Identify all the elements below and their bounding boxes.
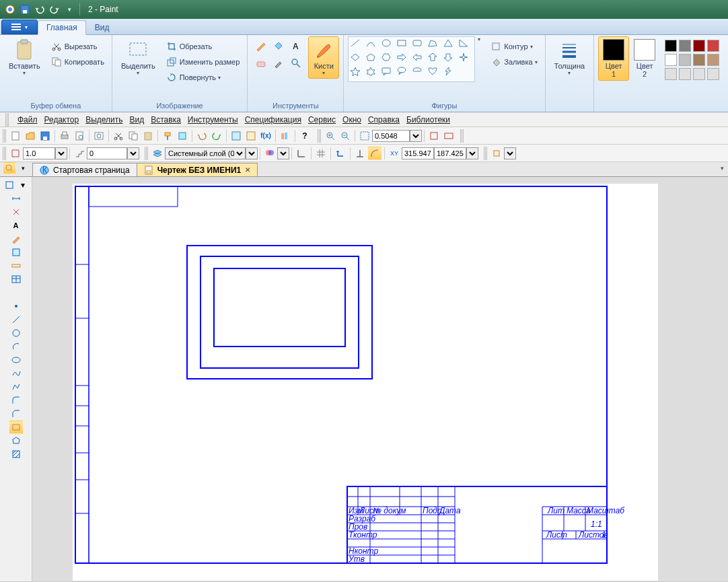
- preview-icon[interactable]: [92, 129, 106, 143]
- polygon-shape-icon[interactable]: [427, 38, 442, 52]
- curve-shape-icon[interactable]: [365, 38, 380, 52]
- color-swatch[interactable]: [679, 54, 691, 66]
- menu-select[interactable]: Выделить: [85, 115, 122, 124]
- fx-icon[interactable]: f(x): [259, 129, 272, 143]
- fill-button[interactable]: Заливка ▾: [487, 54, 540, 69]
- oval-shape-icon[interactable]: [381, 38, 396, 52]
- heart-shape-icon[interactable]: [427, 67, 442, 80]
- pencil-tool-icon[interactable]: [254, 38, 268, 53]
- menu-libraries[interactable]: Библиотеки: [406, 115, 450, 124]
- snap-icon[interactable]: [9, 147, 22, 160]
- star4-shape-icon[interactable]: [458, 52, 473, 66]
- bucket-tool-icon[interactable]: [271, 38, 286, 53]
- tab-drawing[interactable]: Чертеж БЕЗ ИМЕНИ1 ✕: [137, 163, 258, 176]
- round-icon[interactable]: [368, 147, 381, 160]
- toolbar-handle[interactable]: [3, 129, 7, 143]
- save-icon[interactable]: [38, 129, 52, 143]
- hatch-tool-icon[interactable]: [9, 447, 23, 461]
- file-menu-button[interactable]: ▾: [1, 20, 38, 34]
- chamfer-tool-icon[interactable]: [9, 407, 23, 421]
- rotate-button[interactable]: Повернуть ▾: [163, 70, 244, 85]
- color-swatch[interactable]: [693, 40, 705, 52]
- zoom-value-input[interactable]: [372, 130, 410, 142]
- scale-select[interactable]: [55, 147, 67, 159]
- ellipse-tool-icon[interactable]: [9, 353, 23, 367]
- redo-icon[interactable]: [210, 129, 223, 143]
- menu-help[interactable]: Справка: [368, 115, 400, 124]
- step-select[interactable]: [127, 147, 139, 159]
- zoom-in-icon[interactable]: [324, 129, 337, 143]
- new-icon[interactable]: [9, 129, 22, 143]
- resize-button[interactable]: Изменить размер: [163, 54, 244, 69]
- color-dd[interactable]: [277, 147, 289, 159]
- attach-icon[interactable]: [490, 147, 503, 160]
- color-swatch[interactable]: [693, 68, 705, 80]
- ortho-icon[interactable]: [295, 147, 308, 160]
- properties-icon[interactable]: [176, 129, 189, 143]
- toolbar-handle[interactable]: [318, 129, 322, 143]
- magnifier-tool-icon[interactable]: [289, 56, 303, 71]
- geom-tool-icon[interactable]: [3, 178, 16, 192]
- cut-icon[interactable]: [112, 129, 125, 143]
- qat-customize-icon[interactable]: ▾: [63, 3, 75, 15]
- menu-window[interactable]: Окно: [342, 115, 361, 124]
- cut-button[interactable]: Вырезать: [48, 39, 108, 54]
- arrow-left-icon[interactable]: [412, 52, 427, 66]
- arrow-down-icon[interactable]: [443, 52, 458, 66]
- color-swatch[interactable]: [679, 40, 691, 52]
- tab-start-page[interactable]: К Стартовая страница: [32, 163, 137, 176]
- color-filter-icon[interactable]: [263, 147, 277, 160]
- attach-dd[interactable]: [504, 147, 516, 159]
- rect-tool-icon[interactable]: [9, 421, 23, 434]
- pentagon-shape-icon[interactable]: [365, 52, 380, 66]
- fillet-tool-icon[interactable]: [9, 394, 23, 407]
- menu-insert[interactable]: Вставка: [151, 115, 181, 124]
- circle-tool-icon[interactable]: [9, 326, 23, 340]
- vars-icon[interactable]: [244, 129, 258, 143]
- color-swatch[interactable]: [693, 54, 705, 66]
- close-tab-icon[interactable]: ✕: [245, 166, 250, 174]
- layer-select[interactable]: Системный слой (0): [165, 147, 246, 159]
- menu-service[interactable]: Сервис: [308, 115, 336, 124]
- scale-input[interactable]: [23, 147, 55, 159]
- print-icon[interactable]: [58, 129, 71, 143]
- line-tool-icon[interactable]: [9, 313, 23, 326]
- dim-tool-icon[interactable]: [9, 192, 23, 205]
- print-preview-icon[interactable]: [73, 129, 86, 143]
- lightning-shape-icon[interactable]: [443, 67, 458, 80]
- triangle-shape-icon[interactable]: [443, 38, 458, 52]
- crop-button[interactable]: Обрезать: [163, 39, 244, 54]
- select-button[interactable]: Выделить ▾: [116, 36, 160, 79]
- star6-shape-icon[interactable]: [365, 67, 380, 80]
- shapes-gallery[interactable]: [348, 36, 475, 82]
- zoom-select[interactable]: [410, 130, 422, 142]
- star5-shape-icon[interactable]: [350, 67, 365, 80]
- tabs-menu-icon[interactable]: ▾: [721, 165, 724, 172]
- measure-tool-icon[interactable]: [9, 259, 23, 272]
- right-triangle-icon[interactable]: [458, 38, 473, 52]
- line-shape-icon[interactable]: [350, 38, 365, 52]
- layer-dd[interactable]: [246, 147, 258, 159]
- param-tool-icon[interactable]: [9, 246, 23, 259]
- spline-tool-icon[interactable]: [9, 367, 23, 380]
- copy-button[interactable]: Копировать: [48, 54, 108, 69]
- color1-button[interactable]: Цвет 1: [598, 36, 629, 81]
- symbols-tool-icon[interactable]: [9, 205, 23, 219]
- zoom-all-icon[interactable]: [442, 129, 456, 143]
- outline-button[interactable]: Контур ▾: [487, 39, 540, 54]
- color-swatch[interactable]: [707, 54, 719, 66]
- text-tool-icon[interactable]: A: [9, 219, 23, 232]
- table-tool-icon[interactable]: [9, 272, 23, 286]
- callout-cloud-icon[interactable]: [412, 67, 427, 80]
- toolbar-handle[interactable]: [484, 147, 488, 160]
- manager-icon[interactable]: [229, 129, 243, 143]
- undo-icon[interactable]: [34, 3, 46, 15]
- diamond-shape-icon[interactable]: [350, 52, 365, 66]
- menu-file[interactable]: Файл: [17, 115, 38, 124]
- arrow-right-icon[interactable]: [396, 52, 411, 66]
- polygon-tool-icon[interactable]: [9, 434, 23, 447]
- color-swatch[interactable]: [665, 54, 677, 66]
- coord-dd[interactable]: [466, 147, 478, 159]
- drawing-canvas[interactable]: Изм Лист № докум Подп Дата Разраб Пров Т…: [32, 177, 658, 581]
- color-swatch[interactable]: [707, 68, 719, 80]
